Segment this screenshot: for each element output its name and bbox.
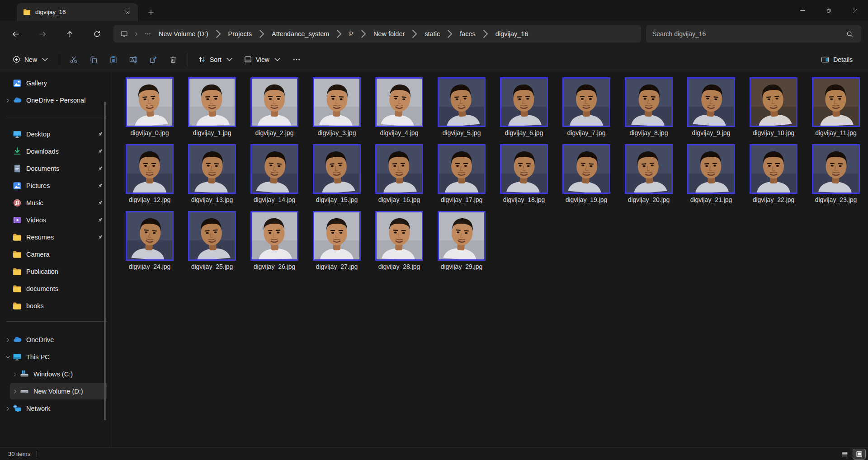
- breadcrumb[interactable]: New Volume (D:)ProjectsAttendance_system…: [113, 25, 641, 42]
- breadcrumb-item[interactable]: New Volume (D:): [154, 28, 213, 39]
- restore-button[interactable]: [816, 0, 842, 21]
- new-tab-button[interactable]: [145, 6, 157, 19]
- delete-button[interactable]: [163, 51, 183, 68]
- details-view-toggle[interactable]: [839, 449, 851, 459]
- chevron-right-icon[interactable]: [3, 405, 13, 412]
- file-name[interactable]: digvijay_20.jpg: [628, 196, 670, 203]
- sidebar-item-camera[interactable]: Camera: [3, 246, 107, 263]
- breadcrumb-item[interactable]: digvijay_16: [491, 28, 533, 39]
- file-tile[interactable]: digvijay_12.jpg: [118, 144, 181, 211]
- file-tile[interactable]: digvijay_22.jpg: [742, 144, 805, 211]
- file-tile[interactable]: digvijay_18.jpg: [493, 144, 555, 211]
- chevron-right-icon[interactable]: [480, 28, 491, 39]
- file-tile[interactable]: digvijay_15.jpg: [306, 144, 368, 211]
- sidebar-scrollbar[interactable]: [104, 102, 106, 420]
- file-tile[interactable]: digvijay_25.jpg: [181, 211, 243, 278]
- file-thumbnail[interactable]: [438, 144, 486, 194]
- file-name[interactable]: digvijay_4.jpg: [380, 129, 419, 136]
- new-button[interactable]: New: [7, 51, 54, 68]
- forward-button[interactable]: [33, 25, 52, 43]
- file-name[interactable]: digvijay_21.jpg: [690, 196, 732, 203]
- chevron-right-icon[interactable]: [10, 388, 20, 395]
- file-thumbnail[interactable]: [313, 77, 361, 127]
- file-name[interactable]: digvijay_8.jpg: [630, 129, 668, 136]
- file-name[interactable]: digvijay_5.jpg: [443, 129, 481, 136]
- file-name[interactable]: digvijay_25.jpg: [191, 263, 233, 270]
- file-tile[interactable]: digvijay_21.jpg: [680, 144, 742, 211]
- chevron-right-icon[interactable]: [3, 336, 13, 343]
- paste-button[interactable]: [104, 51, 123, 68]
- file-thumbnail[interactable]: [126, 77, 174, 127]
- file-name[interactable]: digvijay_9.jpg: [692, 129, 731, 136]
- file-tile[interactable]: digvijay_13.jpg: [181, 144, 243, 211]
- file-tile[interactable]: digvijay_19.jpg: [555, 144, 618, 211]
- file-thumbnail[interactable]: [188, 144, 236, 194]
- file-tile[interactable]: digvijay_4.jpg: [368, 77, 430, 144]
- file-tile[interactable]: digvijay_11.jpg: [805, 77, 867, 144]
- tab-close-button[interactable]: [122, 6, 133, 18]
- chevron-down-icon[interactable]: [3, 353, 13, 361]
- file-name[interactable]: digvijay_14.jpg: [254, 196, 296, 203]
- back-button[interactable]: [6, 25, 24, 43]
- chevron-right-icon[interactable]: [213, 28, 224, 39]
- search-button[interactable]: [843, 28, 856, 40]
- file-tile[interactable]: digvijay_5.jpg: [430, 77, 493, 144]
- file-name[interactable]: digvijay_12.jpg: [129, 196, 171, 203]
- search-bar[interactable]: [646, 25, 861, 42]
- chevron-right-icon[interactable]: [3, 97, 13, 104]
- file-thumbnail[interactable]: [250, 211, 298, 261]
- view-button[interactable]: View: [239, 51, 287, 68]
- file-thumbnail[interactable]: [126, 144, 174, 194]
- breadcrumb-item[interactable]: New folder: [369, 28, 409, 39]
- sidebar-item-onedrive-personal[interactable]: OneDrive - Personal: [3, 92, 107, 108]
- file-tile[interactable]: digvijay_26.jpg: [243, 211, 306, 278]
- file-name[interactable]: digvijay_17.jpg: [441, 196, 483, 203]
- file-tile[interactable]: digvijay_28.jpg: [368, 211, 430, 278]
- file-thumbnail[interactable]: [250, 77, 298, 127]
- file-tile[interactable]: digvijay_24.jpg: [118, 211, 181, 278]
- details-pane-button[interactable]: Details: [816, 51, 858, 68]
- file-thumbnail[interactable]: [750, 144, 797, 194]
- file-name[interactable]: digvijay_0.jpg: [131, 129, 169, 136]
- file-thumbnail[interactable]: [812, 144, 860, 194]
- chevron-right-icon[interactable]: [444, 28, 455, 39]
- file-tile[interactable]: digvijay_2.jpg: [243, 77, 306, 144]
- file-name[interactable]: digvijay_23.jpg: [815, 196, 857, 203]
- file-name[interactable]: digvijay_11.jpg: [815, 129, 857, 136]
- sidebar-item-downloads[interactable]: Downloads: [3, 143, 107, 160]
- refresh-button[interactable]: [88, 25, 106, 43]
- file-name[interactable]: digvijay_29.jpg: [441, 263, 483, 270]
- file-thumbnail[interactable]: [375, 144, 423, 194]
- file-tile[interactable]: digvijay_17.jpg: [430, 144, 493, 211]
- sidebar-item-videos[interactable]: Videos: [3, 212, 107, 228]
- file-tile[interactable]: digvijay_1.jpg: [181, 77, 243, 144]
- file-name[interactable]: digvijay_28.jpg: [378, 263, 420, 270]
- file-thumbnail[interactable]: [500, 77, 548, 127]
- chevron-right-icon[interactable]: [10, 371, 20, 378]
- sidebar-item-resumes[interactable]: Resumes: [3, 229, 107, 245]
- file-tile[interactable]: digvijay_3.jpg: [306, 77, 368, 144]
- file-tile[interactable]: digvijay_14.jpg: [243, 144, 306, 211]
- file-name[interactable]: digvijay_22.jpg: [753, 196, 795, 203]
- chevron-right-icon[interactable]: [334, 28, 344, 39]
- file-thumbnail[interactable]: [562, 77, 610, 127]
- sidebar-item-documents[interactable]: Documents: [3, 160, 107, 177]
- minimize-button[interactable]: [789, 0, 816, 21]
- sidebar-item-documents[interactable]: documents: [3, 281, 107, 297]
- file-tile[interactable]: digvijay_29.jpg: [430, 211, 493, 278]
- file-name[interactable]: digvijay_19.jpg: [566, 196, 608, 203]
- file-thumbnail[interactable]: [126, 211, 174, 261]
- file-thumbnail[interactable]: [625, 144, 673, 194]
- breadcrumb-item[interactable]: faces: [455, 28, 480, 39]
- file-thumbnail[interactable]: [313, 211, 361, 261]
- chevron-right-icon[interactable]: [256, 28, 267, 39]
- file-thumbnail[interactable]: [500, 144, 548, 194]
- file-tile[interactable]: digvijay_20.jpg: [618, 144, 680, 211]
- breadcrumb-item[interactable]: Attendance_system: [267, 28, 334, 39]
- file-tile[interactable]: digvijay_0.jpg: [118, 77, 181, 144]
- sidebar-item-onedrive[interactable]: OneDrive: [3, 332, 107, 348]
- chevron-right-icon[interactable]: [358, 28, 369, 39]
- share-button[interactable]: [143, 51, 163, 68]
- file-tile[interactable]: digvijay_9.jpg: [680, 77, 742, 144]
- file-thumbnail[interactable]: [375, 211, 423, 261]
